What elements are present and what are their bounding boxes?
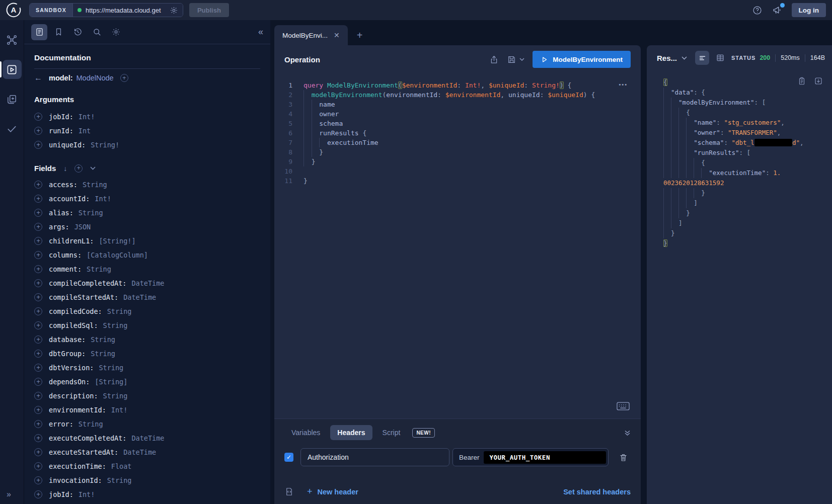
field-type[interactable]: String [91, 335, 115, 344]
copy-response-icon[interactable] [797, 76, 806, 86]
field-row[interactable]: compiledSql: String [34, 318, 260, 332]
argument-row[interactable]: uniqueId: String! [34, 138, 260, 152]
raw-view-icon[interactable] [695, 51, 709, 65]
nav-explorer-icon[interactable] [3, 60, 22, 79]
query-editor[interactable]: 1query ModelByEnvironment($environmentId… [274, 73, 641, 418]
field-type[interactable]: String [107, 476, 132, 484]
field-type[interactable]: [String] [95, 378, 127, 386]
new-tab-icon[interactable]: + [357, 30, 363, 41]
field-row[interactable]: args: JSON [34, 220, 260, 234]
announcements-icon[interactable] [772, 5, 783, 16]
field-row[interactable]: columns: [CatalogColumn] [34, 248, 260, 262]
add-field-icon[interactable] [34, 237, 42, 245]
field-type[interactable]: String [91, 350, 115, 358]
field-type[interactable]: [String!] [99, 237, 135, 245]
endpoint-input[interactable]: https://metadata.cloud.get [73, 4, 183, 17]
add-field-icon[interactable] [34, 350, 42, 358]
field-type[interactable]: String [103, 321, 128, 329]
field-type[interactable]: Int! [95, 195, 111, 203]
editor-options-icon[interactable]: ••• [619, 81, 628, 88]
add-field-icon[interactable] [34, 307, 42, 315]
field-row[interactable]: invocationId: String [34, 473, 260, 487]
field-row[interactable]: executeStartedAt: DateTime [34, 445, 260, 459]
tab-variables[interactable]: Variables [284, 425, 327, 440]
field-row[interactable]: access: String [34, 178, 260, 192]
add-field-icon[interactable] [34, 181, 42, 189]
add-field-icon[interactable] [34, 293, 42, 301]
field-row[interactable]: dependsOn: [String] [34, 375, 260, 389]
collapse-docs-icon[interactable]: « [258, 27, 263, 37]
field-type[interactable]: String [103, 392, 128, 400]
field-type[interactable]: Float [111, 462, 132, 470]
add-argument-icon[interactable] [34, 113, 42, 121]
field-row[interactable]: compiledCode: String [34, 304, 260, 318]
argument-type[interactable]: Int [79, 127, 91, 135]
add-field-icon[interactable] [34, 406, 42, 414]
add-field-icon[interactable] [120, 74, 128, 82]
field-row[interactable]: accountId: Int! [34, 192, 260, 206]
field-type[interactable]: String [87, 265, 111, 273]
add-field-icon[interactable] [34, 335, 42, 344]
response-title[interactable]: Res... [657, 54, 677, 62]
field-type[interactable]: JSON [74, 223, 91, 231]
add-field-icon[interactable] [34, 223, 42, 231]
field-row[interactable]: database: String [34, 332, 260, 347]
response-body[interactable]: {"data": {"modelByEnvironment": [{"name"… [647, 70, 832, 504]
endpoint-url[interactable]: https://metadata.cloud.get [86, 7, 166, 14]
field-row[interactable]: environmentId: Int! [34, 403, 260, 417]
add-field-icon[interactable] [34, 265, 42, 273]
field-type[interactable]: String [83, 181, 107, 189]
response-json[interactable]: {"data": {"modelByEnvironment": [{"name"… [663, 77, 825, 248]
history-icon[interactable] [69, 24, 86, 40]
header-value-input[interactable]: Bearer YOUR_AUTH_TOKEN [452, 448, 609, 466]
add-field-icon[interactable] [34, 476, 42, 484]
field-type[interactable]: DateTime [123, 293, 156, 301]
operation-tab[interactable]: ModelByEnvi... ✕ [274, 25, 348, 45]
header-enabled-checkbox[interactable]: ✓ [284, 453, 293, 462]
download-response-icon[interactable] [814, 76, 823, 86]
add-field-icon[interactable] [34, 392, 42, 400]
field-type[interactable]: Int! [111, 406, 128, 414]
add-field-icon[interactable] [34, 434, 42, 442]
add-field-icon[interactable] [34, 378, 42, 386]
argument-type[interactable]: Int! [79, 113, 95, 121]
argument-row[interactable]: runId: Int [34, 124, 260, 138]
help-icon[interactable] [752, 5, 763, 16]
expand-rail-icon[interactable]: » [7, 490, 11, 499]
save-options-chevron-icon[interactable] [519, 58, 524, 61]
add-field-icon[interactable] [34, 251, 42, 259]
table-view-icon[interactable] [713, 51, 727, 65]
new-header-plus-icon[interactable]: + [307, 486, 313, 497]
add-argument-icon[interactable] [34, 127, 42, 135]
breadcrumb-type[interactable]: ModelNode [77, 74, 114, 82]
share-icon[interactable] [489, 55, 499, 64]
field-type[interactable]: DateTime [123, 448, 156, 456]
argument-row[interactable]: jobId: Int! [34, 110, 260, 124]
argument-type[interactable]: String! [91, 141, 119, 149]
field-row[interactable]: executionTime: Float [34, 459, 260, 473]
field-type[interactable]: String [79, 420, 103, 428]
nav-checks-icon[interactable] [3, 119, 22, 138]
run-operation-button[interactable]: ModelByEnvironment [533, 51, 631, 68]
settings-icon[interactable] [108, 24, 124, 40]
response-dropdown-chevron-icon[interactable] [682, 56, 687, 60]
query-editor-code[interactable]: 1query ModelByEnvironment($environmentId… [274, 80, 641, 186]
field-type[interactable]: String [107, 307, 132, 315]
delete-header-icon[interactable] [619, 453, 628, 462]
field-type[interactable]: DateTime [131, 434, 164, 442]
field-row[interactable]: executeCompletedAt: DateTime [34, 431, 260, 445]
field-type[interactable]: String [79, 209, 103, 217]
add-field-icon[interactable] [34, 490, 42, 498]
field-row[interactable]: jobId: Int! [34, 487, 260, 501]
add-field-icon[interactable] [34, 279, 42, 287]
add-all-fields-icon[interactable] [74, 164, 83, 173]
field-row[interactable]: comment: String [34, 262, 260, 276]
field-row[interactable]: alias: String [34, 206, 260, 220]
collapse-panel-icon[interactable] [624, 430, 631, 436]
login-button[interactable]: Log in [792, 3, 826, 17]
add-field-icon[interactable] [34, 364, 42, 372]
field-row[interactable]: dbtGroup: String [34, 347, 260, 361]
field-type[interactable]: Int! [79, 490, 95, 498]
new-header-button[interactable]: New header [318, 488, 358, 496]
close-tab-icon[interactable]: ✕ [334, 31, 340, 39]
